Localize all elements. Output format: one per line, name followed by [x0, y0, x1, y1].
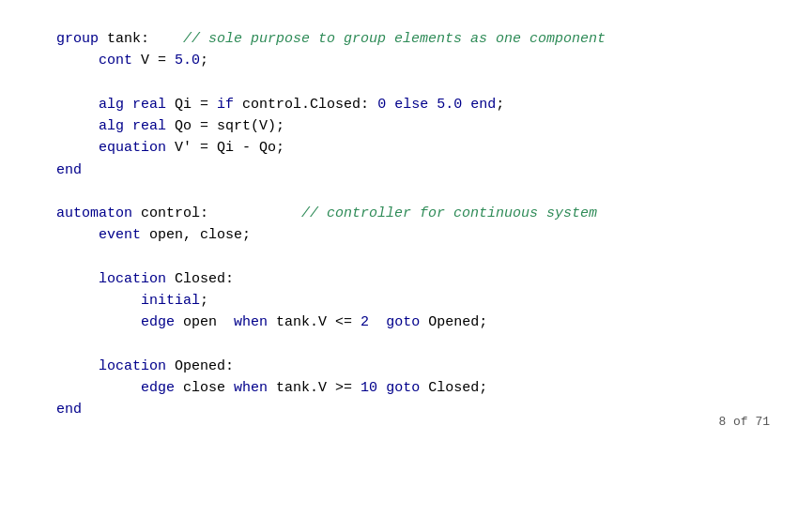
- keyword-group: group: [56, 31, 99, 47]
- code-line-16: location Opened:: [56, 356, 760, 377]
- code-line-10: event open, close;: [56, 224, 760, 246]
- keyword-else: else: [394, 97, 428, 113]
- code-line-7: end: [56, 160, 760, 181]
- keyword-edge1: edge: [141, 314, 175, 330]
- keyword-goto1: goto: [386, 314, 420, 330]
- comment-2: // controller for continuous system: [301, 205, 597, 221]
- keyword-goto2: goto: [386, 380, 420, 396]
- keyword-alg2: alg: [99, 118, 124, 134]
- keyword-end-inline1: end: [470, 97, 496, 113]
- code-line-5: alg real Qo = sqrt(V);: [56, 115, 760, 137]
- code-line-15: [56, 334, 760, 356]
- keyword-initial: initial: [141, 293, 200, 309]
- code-line-2: cont V = 5.0;: [56, 50, 760, 71]
- num-5: 5.0: [175, 53, 200, 68]
- keyword-real1: real: [132, 97, 166, 113]
- code-line-13: initial;: [56, 290, 760, 312]
- num-2: 2: [361, 314, 369, 330]
- code-line-1: group tank: // sole purpose to group ele…: [56, 28, 760, 50]
- keyword-location2: location: [99, 358, 166, 374]
- keyword-edge2: edge: [141, 380, 175, 396]
- code-line-4: alg real Qi = if control.Closed: 0 else …: [56, 94, 760, 115]
- keyword-when2: when: [234, 380, 268, 396]
- code-line-17: edge close when tank.V >= 10 goto Closed…: [56, 377, 760, 399]
- keyword-real2: real: [132, 118, 166, 134]
- code-line-6: equation V' = Qi - Qo;: [56, 137, 760, 159]
- num-10: 10: [361, 380, 377, 396]
- keyword-equation: equation: [99, 140, 166, 156]
- num-50: 5.0: [437, 97, 462, 113]
- code-line-8: [56, 181, 760, 203]
- code-line-12: location Closed:: [56, 268, 760, 290]
- keyword-automaton: automaton: [56, 205, 132, 221]
- page-number: 8 of 71: [718, 413, 770, 432]
- keyword-location1: location: [99, 271, 166, 287]
- keyword-end2: end: [56, 402, 82, 418]
- keyword-end1: end: [56, 162, 82, 178]
- keyword-when1: when: [234, 314, 268, 330]
- keyword-event: event: [99, 227, 141, 243]
- keyword-alg1: alg: [99, 97, 124, 113]
- code-line-3: [56, 72, 760, 94]
- code-display: group tank: // sole purpose to group ele…: [0, 0, 798, 449]
- keyword-cont: cont: [99, 53, 132, 68]
- code-line-14: edge open when tank.V <= 2 goto Opened;: [56, 312, 760, 333]
- keyword-if: if: [217, 97, 234, 113]
- code-line-18: end: [56, 399, 760, 420]
- code-line-11: [56, 247, 760, 268]
- num-0: 0: [377, 97, 386, 113]
- code-line-9: automaton control: // controller for con…: [56, 203, 760, 224]
- comment-1: // sole purpose to group elements as one…: [183, 31, 606, 47]
